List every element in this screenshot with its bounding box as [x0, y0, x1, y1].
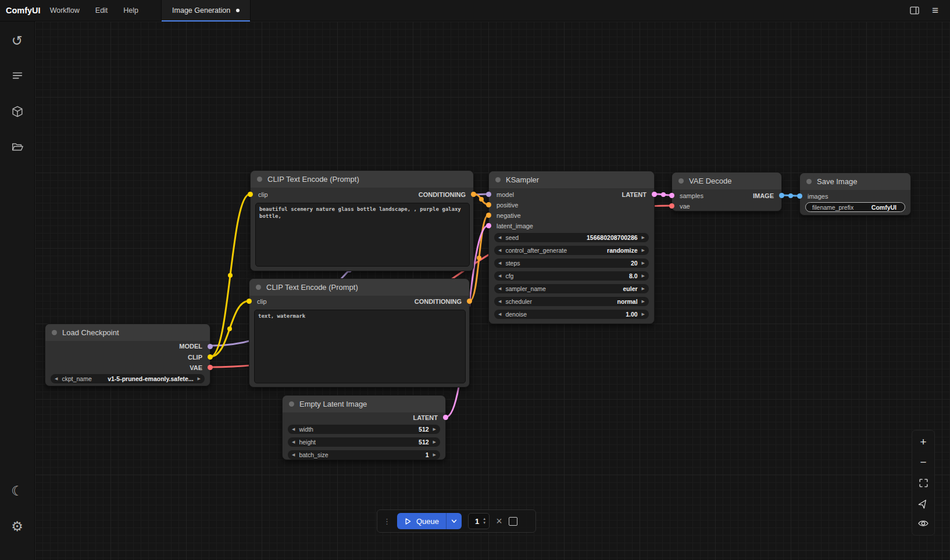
graph-canvas[interactable]: CLIP Text Encode (Prompt) clip CONDITION…	[35, 21, 950, 560]
node-empty-latent-image[interactable]: Empty Latent Image LATENT ◀ width 512 ▶ …	[282, 395, 446, 460]
prompt-textarea[interactable]: text, watermark	[254, 310, 466, 383]
fit-view-icon[interactable]	[917, 476, 930, 489]
input-slot-model[interactable]	[486, 192, 491, 197]
node-vae-decode[interactable]: VAE Decode samples IMAGE vae	[672, 172, 782, 211]
node-titlebar[interactable]: CLIP Text Encode (Prompt)	[249, 279, 469, 296]
node-titlebar[interactable]: VAE Decode	[672, 173, 781, 189]
collapse-dot-icon[interactable]	[678, 178, 684, 184]
node-titlebar[interactable]: Save Image	[800, 173, 910, 190]
increment-arrow-icon[interactable]: ▶	[642, 233, 645, 242]
output-slot-vae[interactable]	[208, 365, 213, 370]
input-slot-samples[interactable]	[669, 193, 674, 198]
output-slot-latent[interactable]	[443, 415, 448, 420]
decrement-arrow-icon[interactable]: ◀	[498, 284, 501, 293]
node-titlebar[interactable]: CLIP Text Encode (Prompt)	[251, 171, 473, 188]
decrement-arrow-icon[interactable]: ◀	[498, 246, 501, 255]
collapse-dot-icon[interactable]	[289, 401, 294, 407]
tab-image-generation[interactable]: Image Generation	[161, 0, 251, 21]
prompt-textarea[interactable]: beautiful scenery nature glass bottle la…	[255, 203, 470, 267]
workflows-folder-icon[interactable]	[8, 137, 27, 157]
node-save-image[interactable]: Save Image images filename_prefix ComfyU…	[799, 173, 911, 216]
input-slot-clip[interactable]	[247, 299, 252, 304]
decrement-arrow-icon[interactable]: ◀	[292, 437, 295, 447]
widget-ckpt-name[interactable]: ◀ ckpt_name v1-5-pruned-emaonly.safete..…	[51, 374, 205, 383]
increment-arrow-icon[interactable]: ▶	[198, 374, 201, 383]
widget-control-after-generate[interactable]: ◀ control_after_generate randomize ▶	[494, 246, 649, 255]
node-titlebar[interactable]: Load Checkpoint	[45, 324, 210, 341]
hamburger-menu-icon[interactable]: ≡	[932, 4, 938, 17]
queue-button[interactable]: Queue	[397, 513, 462, 529]
increment-arrow-icon[interactable]: ▶	[433, 425, 436, 434]
widget-seed[interactable]: ◀ seed 156680208700286 ▶	[494, 233, 649, 242]
collapse-dot-icon[interactable]	[257, 177, 262, 182]
menu-edit[interactable]: Edit	[95, 6, 108, 15]
node-ksampler[interactable]: KSampler model LATENT positive negative …	[488, 171, 655, 324]
node-clip-text-encode-negative[interactable]: CLIP Text Encode (Prompt) clip CONDITION…	[249, 278, 470, 387]
output-slot-conditioning[interactable]	[471, 192, 476, 197]
output-slot-model[interactable]	[208, 344, 213, 349]
history-icon[interactable]: ↺	[8, 31, 27, 51]
increment-arrow-icon[interactable]: ▶	[642, 284, 645, 293]
step-up-icon[interactable]: ▲	[483, 517, 486, 521]
toggle-panel-icon[interactable]	[909, 5, 920, 16]
clear-queue-icon[interactable]	[509, 517, 517, 526]
queue-drag-handle[interactable]: ⋮	[383, 517, 391, 526]
output-slot-image[interactable]	[779, 193, 784, 198]
output-slot-latent[interactable]	[652, 192, 657, 197]
decrement-arrow-icon[interactable]: ◀	[498, 233, 501, 242]
widget-scheduler[interactable]: ◀ scheduler normal ▶	[494, 297, 649, 306]
collapse-dot-icon[interactable]	[495, 177, 501, 182]
increment-arrow-icon[interactable]: ▶	[642, 297, 645, 306]
node-clip-text-encode-positive[interactable]: CLIP Text Encode (Prompt) clip CONDITION…	[250, 170, 474, 271]
collapse-dot-icon[interactable]	[52, 330, 57, 335]
toggle-link-visibility-eye-icon[interactable]	[917, 517, 930, 530]
widget-sampler-name[interactable]: ◀ sampler_name euler ▶	[494, 284, 649, 293]
queue-options-chevron-icon[interactable]	[446, 513, 462, 529]
decrement-arrow-icon[interactable]: ◀	[55, 374, 58, 383]
increment-arrow-icon[interactable]: ▶	[642, 246, 645, 255]
output-slot-clip[interactable]	[208, 354, 213, 360]
input-slot-latent-image[interactable]	[486, 223, 491, 228]
widget-batch-size[interactable]: ◀ batch_size 1 ▶	[288, 450, 440, 460]
theme-moon-icon[interactable]: ☾	[8, 481, 27, 501]
cancel-run-icon[interactable]: ×	[496, 516, 502, 526]
input-slot-images[interactable]	[797, 193, 802, 199]
widget-cfg[interactable]: ◀ cfg 8.0 ▶	[494, 271, 649, 281]
node-titlebar[interactable]: KSampler	[489, 171, 654, 188]
node-load-checkpoint[interactable]: Load Checkpoint MODEL CLIP VAE ◀ ckpt_na…	[45, 324, 210, 386]
zoom-out-icon[interactable]: −	[917, 456, 930, 469]
input-slot-vae[interactable]	[669, 203, 674, 209]
increment-arrow-icon[interactable]: ▶	[642, 259, 645, 268]
output-slot-conditioning[interactable]	[467, 299, 472, 304]
input-slot-negative[interactable]	[486, 213, 491, 218]
widget-height[interactable]: ◀ height 512 ▶	[288, 437, 440, 447]
settings-gear-icon[interactable]: ⚙	[8, 516, 27, 536]
select-mode-arrow-icon[interactable]	[917, 497, 930, 509]
decrement-arrow-icon[interactable]: ◀	[498, 310, 501, 319]
decrement-arrow-icon[interactable]: ◀	[292, 425, 295, 434]
input-slot-clip[interactable]	[248, 192, 253, 197]
decrement-arrow-icon[interactable]: ◀	[498, 271, 501, 281]
collapse-dot-icon[interactable]	[256, 285, 261, 290]
decrement-arrow-icon[interactable]: ◀	[292, 450, 295, 460]
collapse-dot-icon[interactable]	[806, 179, 812, 184]
increment-arrow-icon[interactable]: ▶	[433, 450, 436, 460]
input-slot-positive[interactable]	[486, 202, 491, 207]
increment-arrow-icon[interactable]: ▶	[642, 310, 645, 319]
widget-denoise[interactable]: ◀ denoise 1.00 ▶	[494, 310, 649, 319]
decrement-arrow-icon[interactable]: ◀	[498, 259, 501, 268]
increment-arrow-icon[interactable]: ▶	[433, 437, 436, 447]
menu-workflow[interactable]: Workflow	[50, 6, 80, 15]
queue-list-icon[interactable]	[8, 66, 27, 86]
node-library-icon[interactable]	[8, 102, 27, 121]
menu-help[interactable]: Help	[123, 6, 138, 15]
step-down-icon[interactable]: ▼	[483, 521, 486, 525]
decrement-arrow-icon[interactable]: ◀	[498, 297, 501, 306]
zoom-in-icon[interactable]: +	[917, 436, 930, 448]
batch-count-stepper[interactable]: 1 ▲ ▼	[468, 513, 490, 529]
widget-steps[interactable]: ◀ steps 20 ▶	[494, 259, 649, 268]
increment-arrow-icon[interactable]: ▶	[642, 271, 645, 281]
widget-filename-prefix[interactable]: filename_prefix ComfyUI	[805, 202, 905, 212]
node-titlebar[interactable]: Empty Latent Image	[283, 396, 445, 412]
widget-width[interactable]: ◀ width 512 ▶	[288, 425, 440, 434]
